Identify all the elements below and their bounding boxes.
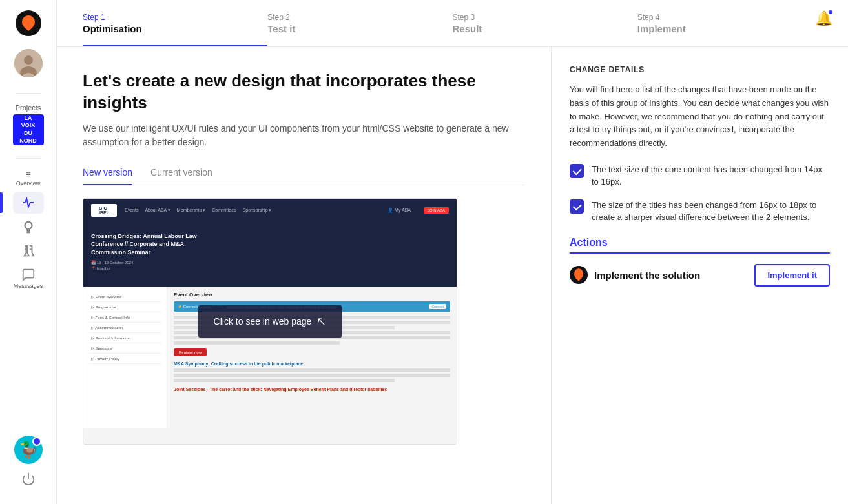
text-line [174,379,395,382]
text-line [174,341,340,345]
bulb-icon [21,220,36,234]
content-main: Let's create a new design that incorpora… [57,47,551,504]
step-2[interactable]: Step 2 Test it [267,13,452,46]
implement-solution-label: Implement the solution [594,270,700,281]
sidebar: Projects LAVOIXDUNORD ≡ Overview [0,0,57,504]
sidebar-divider [16,93,41,94]
power-button[interactable] [21,472,36,489]
pulse-icon [21,196,36,210]
mock-sidebar-list: ▷ Event overview ▷ Programme ▷ Fees & Ge… [83,287,167,428]
actions-section: Actions Implement the solution Implement… [570,237,830,287]
page-subheading: We use our intelligent UX/UI rules and y… [83,122,525,149]
action-label: Implement the solution [570,266,700,284]
change-item-2: The size of the titles has been changed … [570,199,830,224]
change-checkbox-2[interactable] [570,199,584,214]
tab-new-version[interactable]: New version [83,167,132,185]
mock-nav-link: Sponsorship ▾ [243,208,272,213]
text-line [174,374,450,377]
mock-section-title: M&A Symphony: Crafting success in the pu… [174,361,450,366]
step-1-number: Step 1 [83,13,267,22]
step-3-title: Result [453,23,637,34]
change-item-1: The text size of the core content has be… [570,163,830,188]
mock-hero-title: Crossing Bridges: Annual Labour Law Conf… [91,232,220,257]
step-2-number: Step 2 [267,13,452,22]
text-line [174,368,450,372]
change-details-title: CHANGE DETAILS [570,65,830,74]
convertize-flame-icon [570,266,588,284]
actions-title: Actions [570,237,830,254]
step-4-title: Implement [637,23,822,34]
avatar[interactable] [14,49,43,77]
sidebar-item-overview[interactable]: ≡ Overview [13,166,44,189]
mock-list-item: ▷ Practical Information [88,333,161,343]
step-4[interactable]: Step 4 Implement [637,13,822,46]
mock-text-lines-2 [174,368,450,382]
change-details-description: You will find here a list of the changes… [570,83,830,150]
step-3[interactable]: Step 3 Result [453,13,637,46]
preview-container[interactable]: GIGIBEL Events About ABA ▾ Membership ▾ … [83,198,457,445]
overview-icon: ≡ [25,169,30,179]
action-row: Implement the solution Implement it [570,264,830,287]
messages-icon [21,268,36,282]
sidebar-item-messages[interactable]: Messsages [13,265,44,292]
preview-overlay[interactable]: Click to see in web page ↖ [198,305,342,338]
mock-join-btn: JOIN ABA [424,207,449,214]
mock-hero: Crossing Bridges: Annual Labour Law Conf… [83,222,457,287]
mock-list-item: ▷ Privacy Policy [88,354,161,364]
step-1-title: Optimisation [83,23,267,34]
tab-current-version[interactable]: Current version [150,167,212,185]
overview-label: Overview [16,180,41,186]
notification-bell[interactable]: 🔔 [815,10,832,27]
mock-list-item: ▷ Event overview [88,292,161,302]
mock-section-title-2: Joint Sessions - The carrot and the stic… [174,387,450,392]
mock-nav: GIGIBEL Events About ABA ▾ Membership ▾ … [83,199,457,222]
change-checkbox-1[interactable] [570,164,584,178]
mock-list-item: ▷ Sponsors [88,343,161,354]
notification-dot [827,9,834,15]
mock-connect-btn: Connect [429,304,446,309]
step-4-number: Step 4 [637,13,822,22]
notification-area: 🔔 [815,10,832,27]
cursor-icon: ↖ [316,314,326,328]
step-3-number: Step 3 [453,13,637,22]
step-2-title: Test it [267,23,452,34]
content-area: Let's create a new design that incorpora… [57,47,848,504]
mock-list-item: ▷ Accommodation [88,323,161,333]
mock-event-title: Event Overview [174,292,450,297]
mock-nav-link: Events [125,208,138,213]
mock-list-item: ▷ Programme [88,302,161,312]
mock-hero-sub: 📅 16 - 19 October 2024 📍 Istanbul [91,260,449,270]
overlay-text: Click to see in web page [214,316,312,327]
sidebar-divider-2 [16,158,41,159]
duck-assistant[interactable]: 🦆 [14,436,43,464]
messages-label: Messsages [14,283,43,289]
sidebar-bottom: 🦆 [14,436,43,494]
mock-nav-link: About ABA ▾ [145,208,170,213]
test-tube-icon [21,245,36,259]
change-text-2: The size of the titles has been changed … [592,199,830,224]
mock-logo: GIGIBEL [91,204,117,217]
stepper: Step 1 Optimisation Step 2 Test it Step … [57,0,848,47]
svg-point-4 [25,222,32,229]
mock-user-link: 👤 My ABA [388,208,411,213]
mock-register-btn: Register now [174,348,207,356]
app-logo[interactable] [16,10,41,36]
change-details-section: CHANGE DETAILS You will find here a list… [570,65,830,224]
sidebar-item-tests[interactable] [13,241,44,263]
change-text-1: The text size of the core content has be… [592,163,830,188]
sidebar-item-ideas[interactable] [13,216,44,238]
sidebar-nav: ≡ Overview [13,166,44,436]
mock-nav-link: Committees [212,208,236,213]
svg-point-2 [24,55,33,65]
mock-nav-link: Membership ▾ [177,208,205,213]
step-1[interactable]: Step 1 Optimisation [83,13,267,46]
project-badge[interactable]: LAVOIXDUNORD [13,114,44,145]
projects-label: Projects [16,104,41,112]
version-tabs: New version Current version [83,167,525,185]
power-icon [21,472,36,486]
page-heading: Let's create a new design that incorpora… [83,70,525,114]
mock-nav-links: Events About ABA ▾ Membership ▾ Committe… [125,208,380,213]
sidebar-item-pulse[interactable] [13,192,44,214]
implement-button[interactable]: Implement it [754,264,830,287]
right-sidebar: CHANGE DETAILS You will find here a list… [551,47,848,504]
